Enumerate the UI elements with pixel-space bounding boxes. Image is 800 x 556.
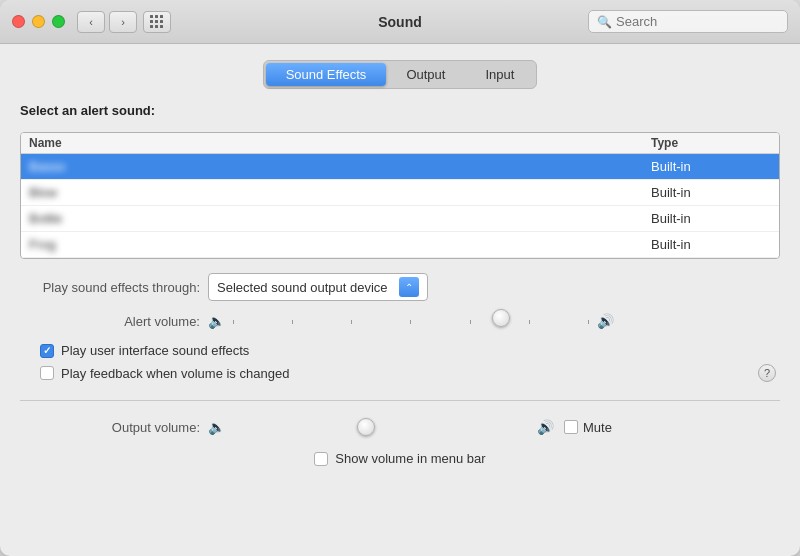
search-box[interactable]: 🔍 xyxy=(588,10,788,33)
play-through-row: Play sound effects through: Selected sou… xyxy=(20,273,780,301)
tab-group: Sound Effects Output Input xyxy=(263,60,538,89)
close-button[interactable] xyxy=(12,15,25,28)
play-through-dropdown[interactable]: Selected sound output device ⌃ xyxy=(208,273,428,301)
slider-ticks xyxy=(231,320,591,324)
row-name: Basso xyxy=(29,159,651,174)
titlebar: ‹ › Sound 🔍 xyxy=(0,0,800,44)
alert-sound-label: Select an alert sound: xyxy=(20,103,780,118)
list-item[interactable]: Frog Built-in xyxy=(21,232,779,258)
ui-sounds-checkbox[interactable] xyxy=(40,344,54,358)
search-input[interactable] xyxy=(616,14,776,29)
output-volume-low-icon: 🔈 xyxy=(208,419,225,435)
feedback-checkbox[interactable] xyxy=(40,366,54,380)
col-name-header: Name xyxy=(29,136,651,150)
back-icon: ‹ xyxy=(89,16,93,28)
traffic-lights xyxy=(12,15,65,28)
list-item[interactable]: Bottle Built-in xyxy=(21,206,779,232)
alert-volume-thumb[interactable] xyxy=(492,309,510,327)
col-type-header: Type xyxy=(651,136,771,150)
chevron-down-icon: ⌃ xyxy=(405,282,413,293)
list-header: Name Type xyxy=(21,133,779,154)
row-type: Built-in xyxy=(651,185,771,200)
maximize-button[interactable] xyxy=(52,15,65,28)
output-volume-label: Output volume: xyxy=(20,420,200,435)
back-button[interactable]: ‹ xyxy=(77,11,105,33)
mute-label: Mute xyxy=(583,420,612,435)
show-menu-label: Show volume in menu bar xyxy=(335,451,485,466)
row-type: Built-in xyxy=(651,211,771,226)
forward-icon: › xyxy=(121,16,125,28)
tab-output[interactable]: Output xyxy=(386,63,465,86)
row-type: Built-in xyxy=(651,159,771,174)
nav-buttons: ‹ › xyxy=(77,11,137,33)
dropdown-arrow-icon: ⌃ xyxy=(399,277,419,297)
forward-button[interactable]: › xyxy=(109,11,137,33)
window: ‹ › Sound 🔍 Sound Effects Output xyxy=(0,0,800,556)
feedback-label: Play feedback when volume is changed xyxy=(61,366,289,381)
alert-volume-row: Alert volume: 🔈 🔊 xyxy=(20,313,780,329)
output-volume-row: Output volume: 🔈 🔊 Mute xyxy=(20,419,780,435)
output-volume-thumb[interactable] xyxy=(357,418,375,436)
alert-volume-label: Alert volume: xyxy=(20,314,200,329)
grid-button[interactable] xyxy=(143,11,171,33)
list-item[interactable]: Basso Built-in xyxy=(21,154,779,180)
dropdown-value: Selected sound output device xyxy=(217,280,393,295)
row-name: Blow xyxy=(29,185,651,200)
search-icon: 🔍 xyxy=(597,15,612,29)
window-title: Sound xyxy=(378,14,422,30)
help-button[interactable]: ? xyxy=(758,364,776,382)
content: Sound Effects Output Input Select an ale… xyxy=(0,44,800,556)
row-name: Bottle xyxy=(29,211,651,226)
list-item[interactable]: Blow Built-in xyxy=(21,180,779,206)
sound-list: Name Type Basso Built-in Blow Built-in B… xyxy=(20,132,780,259)
tab-input[interactable]: Input xyxy=(465,63,534,86)
grid-icon xyxy=(150,15,164,29)
minimize-button[interactable] xyxy=(32,15,45,28)
volume-low-icon: 🔈 xyxy=(208,313,225,329)
row-type: Built-in xyxy=(651,237,771,252)
show-menu-checkbox[interactable] xyxy=(314,452,328,466)
mute-checkbox[interactable] xyxy=(564,420,578,434)
divider xyxy=(20,400,780,401)
output-volume-high-icon: 🔊 xyxy=(537,419,554,435)
play-through-label: Play sound effects through: xyxy=(20,280,200,295)
tab-sound-effects[interactable]: Sound Effects xyxy=(266,63,387,86)
mute-container: Mute xyxy=(564,420,612,435)
ui-sounds-label: Play user interface sound effects xyxy=(61,343,249,358)
row-name: Frog xyxy=(29,237,651,252)
show-menu-row: Show volume in menu bar xyxy=(20,451,780,466)
tab-bar: Sound Effects Output Input xyxy=(20,60,780,89)
volume-high-icon: 🔊 xyxy=(597,313,614,329)
